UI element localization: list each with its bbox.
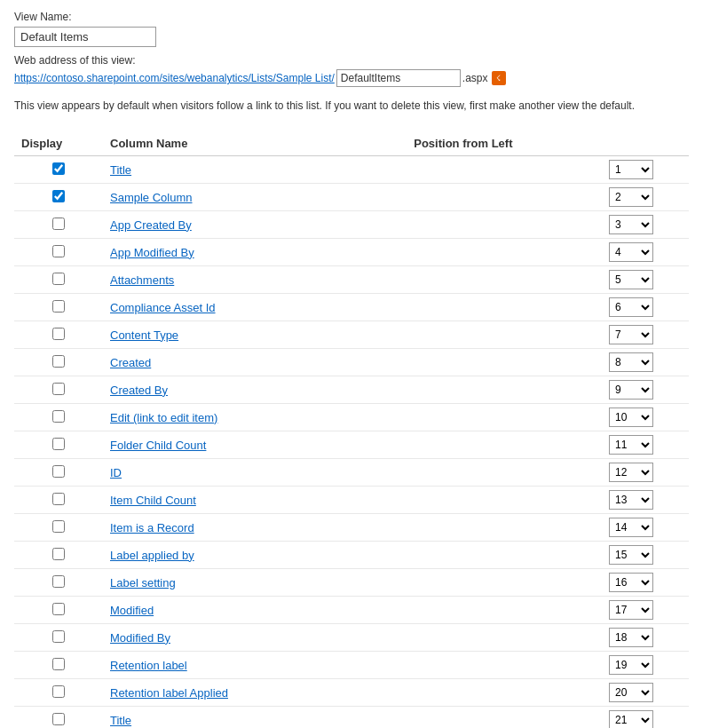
position-cell: 123456789101112131415161718192021222324 bbox=[407, 652, 689, 679]
display-checkbox[interactable] bbox=[52, 438, 65, 450]
position-cell: 123456789101112131415161718192021222324 bbox=[407, 542, 689, 569]
display-checkbox[interactable] bbox=[52, 190, 65, 202]
display-checkbox[interactable] bbox=[52, 383, 65, 395]
position-select[interactable]: 123456789101112131415161718192021222324 bbox=[609, 160, 653, 179]
display-cell bbox=[14, 184, 103, 211]
display-checkbox[interactable] bbox=[52, 410, 65, 423]
display-cell bbox=[14, 404, 103, 431]
position-cell: 123456789101112131415161718192021222324 bbox=[407, 624, 689, 652]
display-checkbox[interactable] bbox=[52, 630, 65, 643]
display-cell bbox=[14, 679, 103, 707]
position-cell: 123456789101112131415161718192021222324 bbox=[407, 431, 689, 459]
table-row: Sample Column123456789101112131415161718… bbox=[14, 184, 689, 211]
display-checkbox[interactable] bbox=[52, 685, 65, 698]
display-checkbox[interactable] bbox=[52, 162, 65, 175]
position-select[interactable]: 123456789101112131415161718192021222324 bbox=[609, 463, 653, 482]
display-checkbox[interactable] bbox=[52, 355, 65, 368]
position-cell: 123456789101112131415161718192021222324 bbox=[407, 239, 689, 266]
table-row: Title12345678910111213141516171819202122… bbox=[14, 707, 689, 729]
display-checkbox[interactable] bbox=[52, 713, 65, 725]
position-select[interactable]: 123456789101112131415161718192021222324 bbox=[609, 490, 653, 510]
column-name-cell[interactable]: Modified By bbox=[103, 624, 407, 652]
display-checkbox[interactable] bbox=[52, 245, 65, 257]
display-cell bbox=[14, 266, 103, 294]
position-cell: 123456789101112131415161718192021222324 bbox=[407, 679, 689, 707]
column-name-cell[interactable]: App Created By bbox=[103, 211, 407, 239]
display-checkbox[interactable] bbox=[52, 218, 65, 230]
display-cell bbox=[14, 652, 103, 679]
position-select[interactable]: 123456789101112131415161718192021222324 bbox=[609, 187, 653, 207]
display-checkbox[interactable] bbox=[52, 520, 65, 533]
column-name-cell[interactable]: Title bbox=[103, 156, 407, 184]
display-checkbox[interactable] bbox=[52, 465, 65, 478]
display-checkbox[interactable] bbox=[52, 548, 65, 560]
column-name-cell[interactable]: Created By bbox=[103, 376, 407, 404]
column-name-cell[interactable]: Title bbox=[103, 707, 407, 729]
table-row: Created By123456789101112131415161718192… bbox=[14, 376, 689, 404]
display-cell bbox=[14, 542, 103, 569]
th-position: Position from Left bbox=[407, 131, 689, 156]
column-name-cell[interactable]: Created bbox=[103, 349, 407, 376]
column-name-cell[interactable]: App Modified By bbox=[103, 239, 407, 266]
table-row: Folder Child Count1234567891011121314151… bbox=[14, 431, 689, 459]
table-row: Label setting123456789101112131415161718… bbox=[14, 569, 689, 597]
display-checkbox[interactable] bbox=[52, 658, 65, 670]
position-select[interactable]: 123456789101112131415161718192021222324 bbox=[609, 242, 653, 262]
position-select[interactable]: 123456789101112131415161718192021222324 bbox=[609, 545, 653, 565]
column-name-cell[interactable]: Item is a Record bbox=[103, 514, 407, 542]
table-row: Title12345678910111213141516171819202122… bbox=[14, 156, 689, 184]
position-select[interactable]: 123456789101112131415161718192021222324 bbox=[609, 352, 653, 372]
position-select[interactable]: 123456789101112131415161718192021222324 bbox=[609, 683, 653, 702]
position-select[interactable]: 123456789101112131415161718192021222324 bbox=[609, 573, 653, 592]
position-cell: 123456789101112131415161718192021222324 bbox=[407, 294, 689, 321]
column-name-cell[interactable]: Retention label Applied bbox=[103, 679, 407, 707]
position-cell: 123456789101112131415161718192021222324 bbox=[407, 569, 689, 597]
column-name-cell[interactable]: Compliance Asset Id bbox=[103, 294, 407, 321]
position-select[interactable]: 123456789101112131415161718192021222324 bbox=[609, 380, 653, 400]
column-name-cell[interactable]: Item Child Count bbox=[103, 487, 407, 514]
column-name-cell[interactable]: Attachments bbox=[103, 266, 407, 294]
position-cell: 123456789101112131415161718192021222324 bbox=[407, 349, 689, 376]
position-cell: 123456789101112131415161718192021222324 bbox=[407, 376, 689, 404]
display-checkbox[interactable] bbox=[52, 273, 65, 285]
display-checkbox[interactable] bbox=[52, 493, 65, 505]
position-select[interactable]: 123456789101112131415161718192021222324 bbox=[609, 297, 653, 317]
column-name-cell[interactable]: Label applied by bbox=[103, 542, 407, 569]
column-name-cell[interactable]: Edit (link to edit item) bbox=[103, 404, 407, 431]
table-row: Edit (link to edit item)1234567891011121… bbox=[14, 404, 689, 431]
rss-icon[interactable]: ☇ bbox=[492, 71, 506, 85]
display-cell bbox=[14, 569, 103, 597]
column-name-cell[interactable]: ID bbox=[103, 459, 407, 487]
position-select[interactable]: 123456789101112131415161718192021222324 bbox=[609, 325, 653, 344]
position-select[interactable]: 123456789101112131415161718192021222324 bbox=[609, 270, 653, 289]
display-checkbox[interactable] bbox=[52, 603, 65, 615]
table-row: Retention label Applied12345678910111213… bbox=[14, 679, 689, 707]
position-select[interactable]: 123456789101112131415161718192021222324 bbox=[609, 408, 653, 427]
position-select[interactable]: 123456789101112131415161718192021222324 bbox=[609, 600, 653, 620]
display-checkbox[interactable] bbox=[52, 575, 65, 588]
position-cell: 123456789101112131415161718192021222324 bbox=[407, 156, 689, 184]
column-name-cell[interactable]: Content Type bbox=[103, 321, 407, 349]
view-name-input[interactable] bbox=[14, 27, 156, 47]
display-checkbox[interactable] bbox=[52, 300, 65, 313]
position-select[interactable]: 123456789101112131415161718192021222324 bbox=[609, 215, 653, 234]
column-name-cell[interactable]: Modified bbox=[103, 597, 407, 624]
display-checkbox[interactable] bbox=[52, 328, 65, 340]
position-select[interactable]: 123456789101112131415161718192021222324 bbox=[609, 628, 653, 647]
position-select[interactable]: 123456789101112131415161718192021222324 bbox=[609, 710, 653, 728]
position-select[interactable]: 123456789101112131415161718192021222324 bbox=[609, 435, 653, 455]
display-cell bbox=[14, 487, 103, 514]
column-name-cell[interactable]: Sample Column bbox=[103, 184, 407, 211]
position-select[interactable]: 123456789101112131415161718192021222324 bbox=[609, 655, 653, 675]
position-select[interactable]: 123456789101112131415161718192021222324 bbox=[609, 518, 653, 537]
position-cell: 123456789101112131415161718192021222324 bbox=[407, 707, 689, 729]
web-address-url: https://contoso.sharepoint.com/sites/web… bbox=[14, 72, 335, 84]
th-column-name: Column Name bbox=[103, 131, 407, 156]
web-address-input[interactable] bbox=[336, 69, 461, 87]
display-cell bbox=[14, 294, 103, 321]
display-cell bbox=[14, 211, 103, 239]
column-name-cell[interactable]: Label setting bbox=[103, 569, 407, 597]
table-row: Modified By12345678910111213141516171819… bbox=[14, 624, 689, 652]
column-name-cell[interactable]: Folder Child Count bbox=[103, 431, 407, 459]
column-name-cell[interactable]: Retention label bbox=[103, 652, 407, 679]
